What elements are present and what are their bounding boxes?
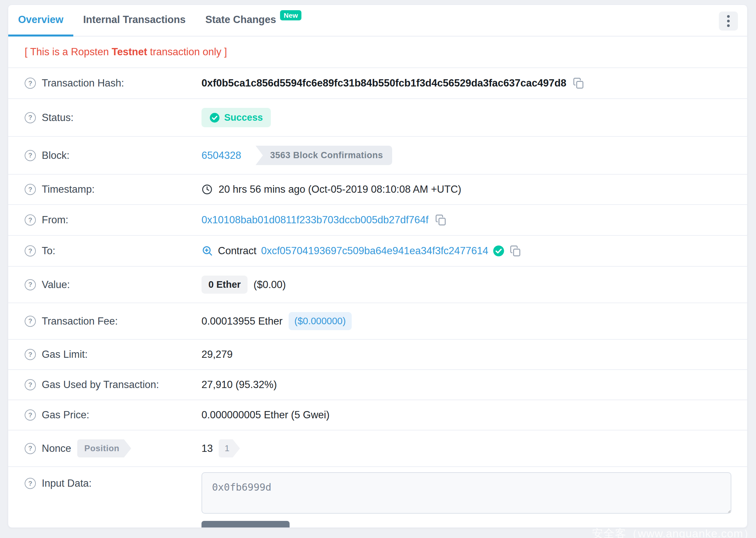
status-text: Success — [224, 112, 263, 123]
help-icon[interactable]: ? — [25, 316, 36, 327]
from-label: From: — [42, 214, 68, 226]
help-icon[interactable]: ? — [25, 279, 36, 291]
more-options-button[interactable] — [719, 12, 738, 30]
testnet-warning: [ This is a Ropsten Testnet transaction … — [8, 36, 747, 68]
row-timestamp: ? Timestamp: 20 hrs 56 mins ago (Oct-05-… — [8, 175, 747, 205]
help-icon[interactable]: ? — [25, 78, 36, 89]
view-input-as-button[interactable]: View Input As — [201, 521, 289, 528]
usd-value: ($0.00) — [253, 279, 286, 291]
help-icon[interactable]: ? — [25, 443, 36, 454]
copy-icon[interactable] — [434, 214, 447, 226]
row-input-data: ? Input Data: 0x0fb6999d View Input As — [8, 467, 747, 528]
clock-icon — [201, 184, 213, 195]
row-to: ? To: Contract 0xcf05704193697c509ba64e9… — [8, 236, 747, 267]
position-value-badge: 1 — [219, 439, 240, 457]
help-icon[interactable]: ? — [25, 184, 36, 195]
zoom-in-icon — [201, 245, 213, 257]
chevron-down-icon — [273, 527, 281, 528]
tab-state-changes[interactable]: State Changes New — [196, 5, 312, 36]
input-data-label: Input Data: — [42, 477, 92, 489]
tab-overview-label: Overview — [18, 14, 64, 26]
row-transaction-hash: ? Transaction Hash: 0xf0b5ca1c856d5594fc… — [8, 68, 747, 99]
gas-limit-value: 29,279 — [201, 349, 233, 360]
fee-amount: 0.00013955 Ether — [201, 315, 283, 327]
row-gas-price: ? Gas Price: 0.000000005 Ether (5 Gwei) — [8, 400, 747, 430]
row-gas-limit: ? Gas Limit: 29,279 — [8, 340, 747, 370]
new-badge: New — [280, 10, 301, 21]
help-icon[interactable]: ? — [25, 478, 36, 489]
help-icon[interactable]: ? — [25, 112, 36, 123]
gas-price-value: 0.000000005 Ether (5 Gwei) — [201, 409, 329, 421]
gas-price-label: Gas Price: — [42, 409, 89, 421]
hash-label: Transaction Hash: — [42, 77, 124, 89]
copy-icon[interactable] — [509, 245, 522, 257]
row-nonce: ? Nonce Position 13 1 — [8, 430, 747, 467]
to-label: To: — [42, 245, 55, 257]
copy-icon[interactable] — [572, 77, 585, 89]
timestamp-value: 20 hrs 56 mins ago (Oct-05-2019 08:10:08… — [219, 184, 461, 195]
verified-check-icon — [493, 245, 505, 257]
gas-used-value: 27,910 (95.32%) — [201, 379, 277, 391]
help-icon[interactable]: ? — [25, 349, 36, 360]
block-number-link[interactable]: 6504328 — [201, 150, 241, 161]
help-icon[interactable]: ? — [25, 245, 36, 256]
kebab-icon — [727, 15, 730, 18]
fee-usd-badge: ($0.000000) — [289, 312, 352, 330]
tab-state-label: State Changes — [205, 14, 276, 26]
nonce-label: Nonce — [42, 443, 71, 455]
row-block: ? Block: 6504328 3563 Block Confirmation… — [8, 137, 747, 175]
tab-overview[interactable]: Overview — [8, 5, 73, 36]
input-data-textarea[interactable]: 0x0fb6999d — [201, 472, 731, 514]
help-icon[interactable]: ? — [25, 214, 36, 226]
nonce-value: 13 — [201, 443, 213, 455]
to-address-link[interactable]: 0xcf05704193697c509ba64e941ea34f3fc24776… — [261, 245, 488, 257]
ether-value-badge: 0 Ether — [201, 276, 247, 294]
transaction-card: Overview Internal Transactions State Cha… — [8, 5, 747, 528]
status-label: Status: — [42, 112, 74, 124]
to-kind: Contract — [218, 245, 256, 257]
gas-used-label: Gas Used by Transaction: — [42, 379, 159, 391]
position-badge: Position — [77, 439, 131, 457]
value-label: Value: — [42, 279, 70, 291]
watermark: 安全客（www.anquanke.com） — [592, 526, 755, 538]
view-input-as-label: View Input As — [210, 526, 268, 528]
row-gas-used: ? Gas Used by Transaction: 27,910 (95.32… — [8, 370, 747, 400]
help-icon[interactable]: ? — [25, 409, 36, 421]
row-transaction-fee: ? Transaction Fee: 0.00013955 Ether ($0.… — [8, 303, 747, 340]
timestamp-label: Timestamp: — [42, 184, 95, 195]
row-value: ? Value: 0 Ether ($0.00) — [8, 267, 747, 303]
help-icon[interactable]: ? — [25, 379, 36, 390]
block-label: Block: — [42, 150, 69, 161]
row-status: ? Status: Success — [8, 99, 747, 137]
status-badge: Success — [201, 108, 271, 127]
tab-internal-label: Internal Transactions — [83, 14, 186, 26]
check-circle-icon — [209, 112, 220, 123]
row-from: ? From: 0x10108bab01d0811f233b703dccb005… — [8, 205, 747, 236]
tab-bar: Overview Internal Transactions State Cha… — [8, 5, 747, 36]
transaction-hash-value: 0xf0b5ca1c856d5594fc6e89fc31b84b550fcb1f… — [201, 77, 566, 89]
help-icon[interactable]: ? — [25, 150, 36, 161]
block-confirmations-badge: 3563 Block Confirmations — [256, 146, 392, 165]
gas-limit-label: Gas Limit: — [42, 349, 88, 360]
tab-internal-transactions[interactable]: Internal Transactions — [73, 5, 196, 36]
from-address-link[interactable]: 0x10108bab01d0811f233b703dccb005db27df76… — [201, 214, 428, 226]
fee-label: Transaction Fee: — [42, 315, 118, 327]
